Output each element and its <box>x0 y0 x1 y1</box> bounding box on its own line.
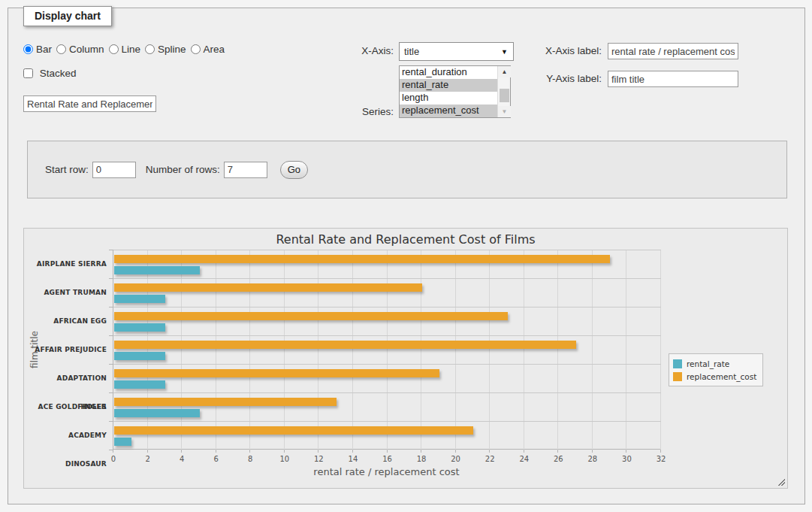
bar-rental_rate[interactable] <box>114 352 165 360</box>
page: Display chart BarColumnLineSplineArea St… <box>0 0 812 512</box>
x-tick-mark <box>181 450 182 453</box>
chart-type-radio-bar[interactable]: Bar <box>23 44 52 55</box>
x-tick-label: 6 <box>206 455 227 463</box>
gridline-y <box>113 364 661 365</box>
stacked-checkbox-row[interactable]: Stacked <box>23 68 77 79</box>
gridline-x <box>249 250 250 450</box>
num-rows-input[interactable] <box>224 162 267 178</box>
radio-area[interactable] <box>191 44 201 54</box>
x-tick-mark <box>421 450 421 453</box>
radio-spline[interactable] <box>145 44 155 54</box>
x-tick-label: 32 <box>651 455 672 463</box>
gridline-y <box>113 335 661 336</box>
resize-handle-icon[interactable] <box>777 477 785 486</box>
gridline-x <box>352 250 353 450</box>
x-tick-label: 10 <box>274 455 295 463</box>
x-tick-label: 12 <box>308 455 329 463</box>
gridline-y <box>113 392 661 393</box>
bar-replacement_cost[interactable] <box>114 341 576 349</box>
y-tick-mark <box>109 392 113 393</box>
x-tick-mark <box>113 450 113 453</box>
bar-replacement_cost[interactable] <box>114 283 422 292</box>
gridline-y <box>113 250 661 250</box>
gridline-x <box>660 250 661 450</box>
series-listbox[interactable]: rental_durationrental_ratelengthreplacem… <box>399 65 511 118</box>
gridline-y <box>113 278 661 279</box>
chart-type-radios: BarColumnLineSplineArea <box>23 44 229 55</box>
y-tick-mark <box>109 307 113 308</box>
legend-swatch-rental_rate <box>673 359 682 368</box>
x-tick-mark <box>216 450 216 453</box>
x-tick-mark <box>352 450 353 453</box>
category-label: ADAPTATION HOLES <box>29 364 107 392</box>
bar-rental_rate[interactable] <box>114 409 200 417</box>
go-button[interactable]: Go <box>280 161 308 179</box>
series-option-replacement_cost[interactable]: replacement_cost <box>400 105 497 117</box>
bar-rental_rate[interactable] <box>114 380 165 389</box>
category-label: AIRPLANE SIERRA <box>29 250 107 278</box>
scrollbar-down-icon[interactable]: ▼ <box>498 106 511 117</box>
series-options: rental_durationrental_ratelengthreplacem… <box>400 66 497 117</box>
gridline-x <box>147 250 148 450</box>
plot-area: 02468101214161820222426283032 <box>113 250 660 450</box>
x-tick-label: 16 <box>377 455 398 463</box>
gridline-x <box>284 250 285 450</box>
chart-type-radio-line[interactable]: Line <box>109 44 141 55</box>
y-tick-mark <box>109 335 113 336</box>
series-option-rental_duration[interactable]: rental_duration <box>400 66 497 79</box>
y-tick-mark <box>109 278 113 279</box>
legend-item-replacement_cost[interactable]: replacement_cost <box>673 370 756 383</box>
x-tick-mark <box>455 450 456 453</box>
chart-type-radio-spline[interactable]: Spline <box>145 44 186 55</box>
x-tick-label: 2 <box>137 455 158 463</box>
gridline-x <box>626 250 626 450</box>
radio-bar[interactable] <box>23 44 33 54</box>
radio-line[interactable] <box>109 44 119 54</box>
x-axis-label-input[interactable] <box>608 43 738 59</box>
x-tick-label: 14 <box>343 455 364 463</box>
gridline-x <box>387 250 388 450</box>
x-tick-mark <box>249 450 250 453</box>
chart-type-radio-area[interactable]: Area <box>191 44 225 55</box>
bar-replacement_cost[interactable] <box>114 426 473 435</box>
legend-item-rental_rate[interactable]: rental_rate <box>673 357 756 370</box>
scrollbar-thumb[interactable] <box>500 89 509 102</box>
series-option-rental_rate[interactable]: rental_rate <box>400 79 497 92</box>
x-tick-mark <box>626 450 626 453</box>
chart-type-radio-column[interactable]: Column <box>56 44 104 55</box>
stacked-label: Stacked <box>40 68 77 79</box>
bar-rental_rate[interactable] <box>114 438 131 446</box>
series-option-length[interactable]: length <box>400 92 497 105</box>
x-axis-selected-value: title <box>404 46 419 57</box>
x-tick-label: 4 <box>171 455 192 463</box>
bar-rental_rate[interactable] <box>114 323 165 332</box>
y-tick-mark <box>109 421 113 422</box>
display-chart-fieldset: Display chart BarColumnLineSplineArea St… <box>8 8 805 504</box>
x-tick-mark <box>557 450 558 453</box>
gridline-x <box>489 250 490 450</box>
x-tick-label: 20 <box>445 455 466 463</box>
x-tick-label: 28 <box>582 455 603 463</box>
series-select-label: Series: <box>309 103 394 121</box>
y-axis-label-field-label: Y-Axis label: <box>497 70 602 88</box>
bar-rental_rate[interactable] <box>114 266 200 274</box>
y-axis-label-input[interactable] <box>608 71 738 87</box>
radio-label: Column <box>69 44 104 55</box>
gridline-x <box>181 250 182 450</box>
stacked-checkbox[interactable] <box>23 68 33 78</box>
bar-replacement_cost[interactable] <box>114 369 439 377</box>
x-tick-mark <box>592 450 593 453</box>
start-row-input[interactable] <box>92 162 136 178</box>
display-chart-legend: Display chart <box>23 6 112 26</box>
x-tick-label: 30 <box>616 455 637 463</box>
x-axis-select-label: X-Axis: <box>309 42 394 60</box>
bar-replacement_cost[interactable] <box>114 398 337 406</box>
legend-label: rental_rate <box>687 359 729 368</box>
radio-column[interactable] <box>56 44 66 54</box>
bar-rental_rate[interactable] <box>114 295 165 303</box>
x-tick-mark <box>489 450 490 453</box>
num-rows-label: Number of rows: <box>146 164 220 175</box>
chart-title-input[interactable] <box>23 95 156 112</box>
bar-replacement_cost[interactable] <box>114 312 508 320</box>
bar-replacement_cost[interactable] <box>114 255 610 263</box>
